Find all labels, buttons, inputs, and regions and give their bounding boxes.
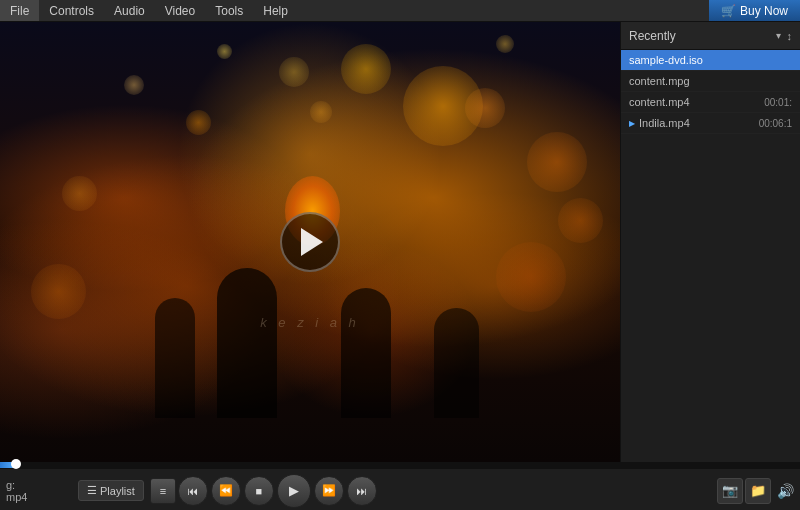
stop-button[interactable]: ■ <box>244 476 274 506</box>
video-player[interactable]: k e z i a h <box>0 22 620 462</box>
menu-controls[interactable]: Controls <box>39 0 104 21</box>
playback-controls: ⏮ ⏪ ■ ▶ ⏩ ⏭ <box>178 474 377 508</box>
playlist-item-duration-2: 00:01: <box>764 97 792 108</box>
buy-now-button[interactable]: 🛒 Buy Now <box>709 0 800 21</box>
sort-icon[interactable]: ↕ <box>787 30 793 42</box>
playlist-item-1[interactable]: content.mpg <box>621 71 800 92</box>
playlist-edit-icon: ≡ <box>160 485 166 497</box>
play-pause-button[interactable]: ▶ <box>277 474 311 508</box>
menu-video[interactable]: Video <box>155 0 205 21</box>
progress-handle[interactable] <box>11 459 21 469</box>
playlist-lines-icon: ☰ <box>87 484 97 497</box>
prev-track-button[interactable]: ⏮ <box>178 476 208 506</box>
playlist-item-duration-3: 00:06:1 <box>759 118 792 129</box>
menu-tools[interactable]: Tools <box>205 0 253 21</box>
rewind-icon: ⏪ <box>219 484 233 497</box>
playlist-item-0[interactable]: sample-dvd.iso <box>621 50 800 71</box>
open-folder-button[interactable]: 📁 <box>745 478 771 504</box>
play-icon: ▶ <box>289 483 299 498</box>
video-watermark: k e z i a h <box>260 315 360 330</box>
playlist-item-name-1: content.mpg <box>629 75 788 87</box>
menu-help[interactable]: Help <box>253 0 298 21</box>
progress-bar[interactable] <box>0 462 800 468</box>
recently-dropdown[interactable]: ▾ <box>776 30 781 41</box>
folder-icon: 📁 <box>750 483 766 498</box>
playlist-item-name-0: sample-dvd.iso <box>629 54 788 66</box>
playlist-button[interactable]: ☰ Playlist <box>78 480 144 501</box>
stop-icon: ■ <box>256 485 263 497</box>
volume-button[interactable]: 🔊 <box>777 483 794 499</box>
next-track-icon: ⏭ <box>356 485 367 497</box>
time-display: g: <box>6 479 66 491</box>
playlist-item-2[interactable]: content.mp4 00:01: <box>621 92 800 113</box>
recently-label: Recently <box>629 29 776 43</box>
playlist-item-3[interactable]: ▶ Indila.mp4 00:06:1 <box>621 113 800 134</box>
menubar: File Controls Audio Video Tools Help 🛒 B… <box>0 0 800 22</box>
playlist-label: Playlist <box>100 485 135 497</box>
playlist-edit-button[interactable]: ≡ <box>150 478 176 504</box>
playlist-item-name-3: Indila.mp4 <box>639 117 755 129</box>
play-overlay-button[interactable] <box>280 212 340 272</box>
rewind-button[interactable]: ⏪ <box>211 476 241 506</box>
fast-forward-button[interactable]: ⏩ <box>314 476 344 506</box>
main-area: k e z i a h Recently ▾ ↕ sample-dvd.iso … <box>0 22 800 462</box>
screenshot-button[interactable]: 📷 <box>717 478 743 504</box>
file-display: mp4 <box>6 491 56 503</box>
play-triangle-icon <box>301 228 323 256</box>
controls-bar: g: mp4 ☰ Playlist ≡ ⏮ ⏪ ■ ▶ ⏩ ⏭ 📷 📁 <box>0 468 800 510</box>
camera-icon: 📷 <box>722 483 738 498</box>
next-track-button[interactable]: ⏭ <box>347 476 377 506</box>
sidebar-panel: Recently ▾ ↕ sample-dvd.iso content.mpg … <box>620 22 800 462</box>
menu-file[interactable]: File <box>0 0 39 21</box>
playing-indicator-icon: ▶ <box>629 119 635 128</box>
fast-forward-icon: ⏩ <box>322 484 336 497</box>
volume-icon: 🔊 <box>777 483 794 499</box>
playlist-item-name-2: content.mp4 <box>629 96 760 108</box>
menu-audio[interactable]: Audio <box>104 0 155 21</box>
sidebar-header: Recently ▾ ↕ <box>621 22 800 50</box>
prev-track-icon: ⏮ <box>187 485 198 497</box>
cart-icon: 🛒 <box>721 4 736 18</box>
